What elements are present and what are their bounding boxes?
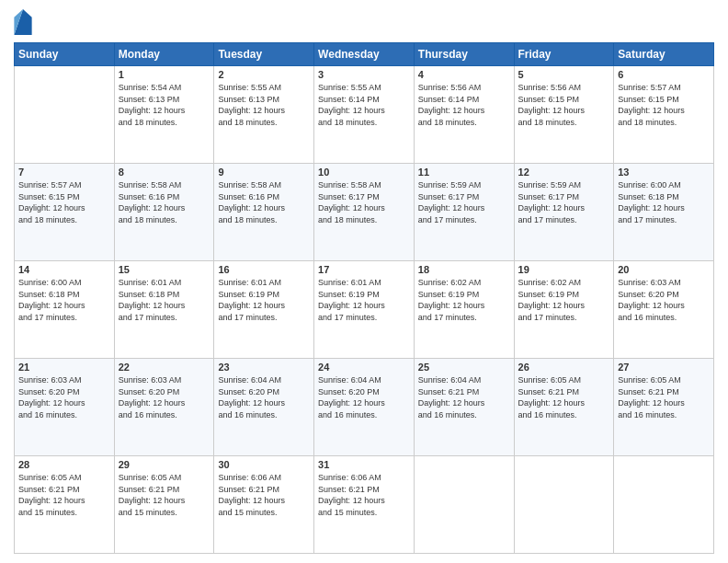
day-number: 29: [119, 459, 210, 470]
calendar-cell: 29Sunrise: 6:05 AMSunset: 6:21 PMDayligh…: [114, 456, 214, 554]
day-info: Sunrise: 6:05 AMSunset: 6:21 PMDaylight:…: [618, 374, 710, 420]
day-number: 30: [218, 459, 310, 470]
day-number: 1: [119, 69, 210, 80]
calendar-cell: 18Sunrise: 6:02 AMSunset: 6:19 PMDayligh…: [414, 261, 514, 359]
day-number: 28: [18, 459, 110, 470]
calendar-cell: [414, 456, 514, 554]
calendar-table: SundayMondayTuesdayWednesdayThursdayFrid…: [14, 42, 714, 554]
day-info: Sunrise: 6:01 AMSunset: 6:19 PMDaylight:…: [218, 277, 310, 323]
calendar-cell: [614, 456, 714, 554]
day-number: 23: [218, 362, 310, 373]
day-number: 12: [518, 167, 610, 178]
day-number: 6: [618, 69, 710, 80]
day-info: Sunrise: 5:58 AMSunset: 6:17 PMDaylight:…: [318, 179, 410, 225]
day-info: Sunrise: 6:03 AMSunset: 6:20 PMDaylight:…: [119, 374, 210, 420]
day-info: Sunrise: 6:04 AMSunset: 6:20 PMDaylight:…: [318, 374, 410, 420]
calendar-cell: 28Sunrise: 6:05 AMSunset: 6:21 PMDayligh…: [15, 456, 115, 554]
calendar-week-row: 14Sunrise: 6:00 AMSunset: 6:18 PMDayligh…: [15, 261, 714, 359]
day-info: Sunrise: 6:02 AMSunset: 6:19 PMDaylight:…: [518, 277, 610, 323]
day-info: Sunrise: 6:00 AMSunset: 6:18 PMDaylight:…: [618, 179, 710, 225]
day-info: Sunrise: 5:55 AMSunset: 6:14 PMDaylight:…: [318, 82, 410, 128]
calendar-cell: 10Sunrise: 5:58 AMSunset: 6:17 PMDayligh…: [314, 164, 415, 261]
calendar-cell: 24Sunrise: 6:04 AMSunset: 6:20 PMDayligh…: [314, 359, 415, 456]
day-info: Sunrise: 5:56 AMSunset: 6:15 PMDaylight:…: [518, 82, 610, 128]
day-number: 31: [318, 459, 410, 470]
day-info: Sunrise: 6:04 AMSunset: 6:20 PMDaylight:…: [218, 374, 310, 420]
day-info: Sunrise: 6:05 AMSunset: 6:21 PMDaylight:…: [18, 472, 110, 518]
day-info: Sunrise: 5:59 AMSunset: 6:17 PMDaylight:…: [518, 179, 610, 225]
day-number: 19: [518, 264, 610, 275]
calendar-cell: 15Sunrise: 6:01 AMSunset: 6:18 PMDayligh…: [114, 261, 214, 359]
calendar-cell: 7Sunrise: 5:57 AMSunset: 6:15 PMDaylight…: [15, 164, 115, 261]
day-number: 25: [418, 362, 510, 373]
calendar-cell: 5Sunrise: 5:56 AMSunset: 6:15 PMDaylight…: [514, 66, 614, 164]
day-info: Sunrise: 6:06 AMSunset: 6:21 PMDaylight:…: [218, 472, 310, 518]
day-number: 24: [318, 362, 410, 373]
day-info: Sunrise: 6:03 AMSunset: 6:20 PMDaylight:…: [18, 374, 110, 420]
weekday-header: Tuesday: [214, 43, 314, 66]
day-info: Sunrise: 6:01 AMSunset: 6:18 PMDaylight:…: [119, 277, 210, 323]
calendar-cell: 17Sunrise: 6:01 AMSunset: 6:19 PMDayligh…: [314, 261, 415, 359]
weekday-header: Friday: [514, 43, 614, 66]
day-number: 22: [119, 362, 210, 373]
day-info: Sunrise: 6:05 AMSunset: 6:21 PMDaylight:…: [119, 472, 210, 518]
calendar-cell: 20Sunrise: 6:03 AMSunset: 6:20 PMDayligh…: [614, 261, 714, 359]
day-number: 11: [418, 167, 510, 178]
day-number: 10: [318, 167, 410, 178]
calendar-cell: 13Sunrise: 6:00 AMSunset: 6:18 PMDayligh…: [614, 164, 714, 261]
calendar-cell: 22Sunrise: 6:03 AMSunset: 6:20 PMDayligh…: [114, 359, 214, 456]
day-number: 14: [18, 264, 110, 275]
calendar-cell: [514, 456, 614, 554]
day-number: 27: [618, 362, 710, 373]
day-number: 9: [218, 167, 310, 178]
day-info: Sunrise: 5:54 AMSunset: 6:13 PMDaylight:…: [119, 82, 210, 128]
calendar-cell: 3Sunrise: 5:55 AMSunset: 6:14 PMDaylight…: [314, 66, 415, 164]
weekday-header: Sunday: [15, 43, 115, 66]
calendar-cell: 8Sunrise: 5:58 AMSunset: 6:16 PMDaylight…: [114, 164, 214, 261]
day-info: Sunrise: 6:01 AMSunset: 6:19 PMDaylight:…: [318, 277, 410, 323]
day-info: Sunrise: 5:56 AMSunset: 6:14 PMDaylight:…: [418, 82, 510, 128]
day-number: 17: [318, 264, 410, 275]
calendar-cell: 4Sunrise: 5:56 AMSunset: 6:14 PMDaylight…: [414, 66, 514, 164]
calendar-cell: 21Sunrise: 6:03 AMSunset: 6:20 PMDayligh…: [15, 359, 115, 456]
day-info: Sunrise: 5:57 AMSunset: 6:15 PMDaylight:…: [618, 82, 710, 128]
day-number: 7: [18, 167, 110, 178]
day-info: Sunrise: 5:58 AMSunset: 6:16 PMDaylight:…: [119, 179, 210, 225]
calendar-week-row: 28Sunrise: 6:05 AMSunset: 6:21 PMDayligh…: [15, 456, 714, 554]
day-info: Sunrise: 5:57 AMSunset: 6:15 PMDaylight:…: [18, 179, 110, 225]
calendar-cell: 26Sunrise: 6:05 AMSunset: 6:21 PMDayligh…: [514, 359, 614, 456]
calendar-cell: 16Sunrise: 6:01 AMSunset: 6:19 PMDayligh…: [214, 261, 314, 359]
calendar-cell: 31Sunrise: 6:06 AMSunset: 6:21 PMDayligh…: [314, 456, 415, 554]
day-info: Sunrise: 6:06 AMSunset: 6:21 PMDaylight:…: [318, 472, 410, 518]
calendar-cell: [15, 66, 115, 164]
day-info: Sunrise: 6:02 AMSunset: 6:19 PMDaylight:…: [418, 277, 510, 323]
calendar-cell: 25Sunrise: 6:04 AMSunset: 6:21 PMDayligh…: [414, 359, 514, 456]
calendar-cell: 2Sunrise: 5:55 AMSunset: 6:13 PMDaylight…: [214, 66, 314, 164]
day-number: 3: [318, 69, 410, 80]
day-info: Sunrise: 6:03 AMSunset: 6:20 PMDaylight:…: [618, 277, 710, 323]
weekday-header: Wednesday: [314, 43, 415, 66]
calendar-cell: 14Sunrise: 6:00 AMSunset: 6:18 PMDayligh…: [15, 261, 115, 359]
logo: [14, 9, 36, 35]
day-number: 2: [218, 69, 310, 80]
day-number: 26: [518, 362, 610, 373]
day-number: 8: [119, 167, 210, 178]
weekday-header: Thursday: [414, 43, 514, 66]
calendar-cell: 30Sunrise: 6:06 AMSunset: 6:21 PMDayligh…: [214, 456, 314, 554]
day-number: 21: [18, 362, 110, 373]
day-info: Sunrise: 6:05 AMSunset: 6:21 PMDaylight:…: [518, 374, 610, 420]
calendar-cell: 6Sunrise: 5:57 AMSunset: 6:15 PMDaylight…: [614, 66, 714, 164]
calendar-header-row: SundayMondayTuesdayWednesdayThursdayFrid…: [15, 43, 714, 66]
day-info: Sunrise: 5:55 AMSunset: 6:13 PMDaylight:…: [218, 82, 310, 128]
page: SundayMondayTuesdayWednesdayThursdayFrid…: [0, 0, 728, 563]
header: [14, 9, 714, 35]
calendar-cell: 12Sunrise: 5:59 AMSunset: 6:17 PMDayligh…: [514, 164, 614, 261]
logo-icon: [14, 9, 32, 35]
calendar-cell: 19Sunrise: 6:02 AMSunset: 6:19 PMDayligh…: [514, 261, 614, 359]
calendar-week-row: 21Sunrise: 6:03 AMSunset: 6:20 PMDayligh…: [15, 359, 714, 456]
day-info: Sunrise: 5:59 AMSunset: 6:17 PMDaylight:…: [418, 179, 510, 225]
day-number: 4: [418, 69, 510, 80]
day-number: 16: [218, 264, 310, 275]
calendar-cell: 1Sunrise: 5:54 AMSunset: 6:13 PMDaylight…: [114, 66, 214, 164]
day-info: Sunrise: 6:04 AMSunset: 6:21 PMDaylight:…: [418, 374, 510, 420]
